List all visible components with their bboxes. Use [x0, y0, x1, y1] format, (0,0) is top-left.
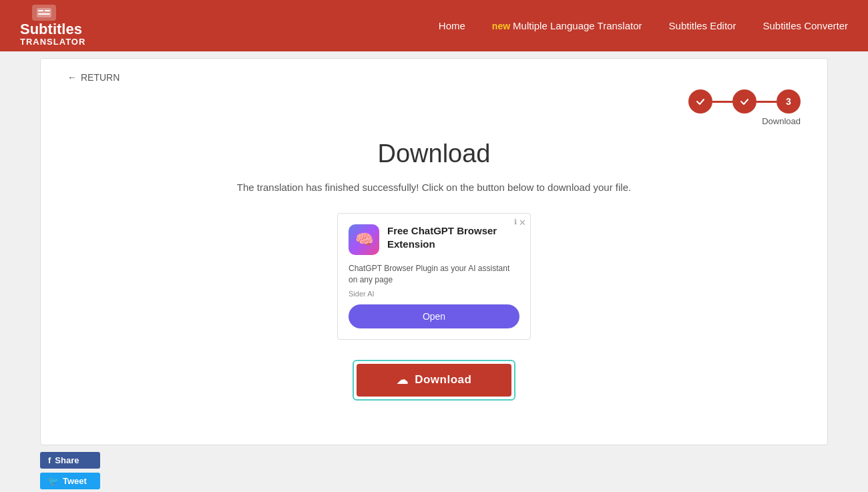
svg-rect-3: [38, 13, 50, 15]
step-line-2: [756, 101, 777, 103]
download-button-wrapper: ☁ Download: [353, 360, 516, 401]
ad-source: Sider AI: [349, 290, 519, 298]
step-3-label: Download: [762, 116, 801, 126]
header: Subtitles TRANSLATOR Home new Multiple L…: [0, 0, 868, 51]
logo-area: Subtitles TRANSLATOR: [20, 5, 85, 47]
facebook-icon: f: [48, 455, 51, 465]
ad-title: Free ChatGPT Browser Extension: [387, 224, 519, 250]
logo-title: Subtitles: [20, 22, 82, 37]
nav-converter[interactable]: Subtitles Converter: [763, 20, 848, 31]
download-button-label: Download: [415, 373, 471, 387]
navigation: Home new Multiple Language Translator Su…: [439, 20, 848, 31]
stepper: 3 Download: [67, 89, 801, 126]
step-3-number: 3: [786, 96, 791, 107]
new-badge: new: [492, 21, 510, 31]
subtitle-text: The translation has finished successfull…: [67, 182, 801, 193]
svg-rect-1: [38, 10, 43, 11]
twitter-icon: 🐦: [48, 476, 59, 486]
main-container: ← RETURN 3 Download Download The transla…: [40, 58, 828, 445]
multi-translator-label: Multiple Language Translator: [513, 20, 642, 31]
step-2: [732, 89, 756, 113]
subtitles-icon: [32, 5, 56, 21]
ad-box: ℹ ✕ 🧠 Free ChatGPT Browser Extension Cha…: [337, 213, 531, 340]
nav-multi-translator[interactable]: new Multiple Language Translator: [492, 20, 642, 31]
twitter-tweet-button[interactable]: 🐦 Tweet: [40, 473, 100, 489]
stepper-circles: 3: [688, 89, 801, 113]
ad-top: 🧠 Free ChatGPT Browser Extension: [349, 224, 519, 255]
svg-rect-2: [45, 10, 50, 11]
ad-info-icon[interactable]: ℹ: [514, 218, 517, 226]
arrow-left-icon: ←: [67, 72, 77, 83]
step-1: [688, 89, 712, 113]
tweet-label: Tweet: [63, 476, 87, 486]
facebook-share-button[interactable]: f Share: [40, 452, 100, 469]
ad-description: ChatGPT Browser Plugin as your AI assist…: [349, 263, 519, 286]
nav-editor[interactable]: Subtitles Editor: [669, 20, 736, 31]
svg-rect-0: [37, 8, 51, 17]
ad-open-button[interactable]: Open: [349, 304, 519, 328]
content-area: Download The translation has finished su…: [67, 126, 801, 401]
step-3: 3: [777, 89, 801, 113]
return-link[interactable]: ← RETURN: [67, 72, 801, 83]
logo-subtitle: TRANSLATOR: [20, 37, 85, 47]
social-bar: f Share 🐦 Tweet: [40, 452, 828, 489]
download-button[interactable]: ☁ Download: [357, 364, 512, 397]
ad-product-icon: 🧠: [349, 224, 379, 255]
ad-close-icon[interactable]: ✕: [519, 218, 526, 228]
page-title: Download: [67, 140, 801, 168]
share-label: Share: [55, 455, 79, 465]
step-line-1: [712, 101, 732, 103]
return-label: RETURN: [81, 72, 120, 83]
nav-home[interactable]: Home: [439, 20, 465, 31]
cloud-download-icon: ☁: [397, 373, 409, 387]
